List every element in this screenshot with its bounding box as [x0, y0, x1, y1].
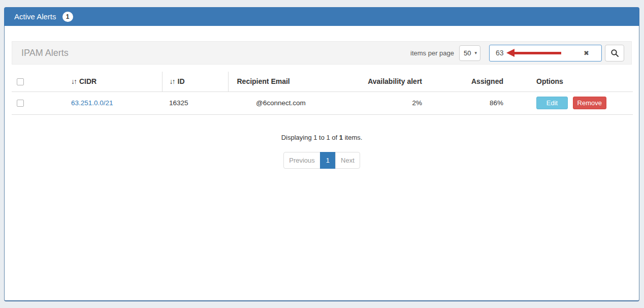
column-header-assigned: Assigned: [439, 72, 507, 91]
select-all-checkbox[interactable]: [17, 78, 24, 85]
cell-recipient-email: @6connect.com: [228, 91, 350, 114]
search-icon: [610, 49, 619, 57]
alert-count-badge: 1: [62, 12, 73, 22]
table-header-row: ↓↑CIDR ↓↑ID Recipient Email Availability…: [12, 72, 633, 91]
sort-icon[interactable]: ↓↑: [170, 77, 175, 85]
cidr-link[interactable]: 63.251.0.0/21: [71, 99, 113, 107]
column-label-id: ID: [178, 77, 185, 85]
pagination-page-1[interactable]: 1: [320, 152, 336, 169]
remove-button[interactable]: Remove: [573, 97, 606, 109]
column-label-cidr: CIDR: [79, 77, 96, 85]
search-button[interactable]: [605, 45, 624, 61]
sort-icon[interactable]: ↓↑: [71, 77, 76, 85]
column-header-options: Options: [507, 72, 633, 91]
page-title: Active Alerts: [14, 12, 56, 21]
edit-button[interactable]: Edit: [536, 97, 568, 109]
table-row: 63.251.0.0/21 16325 @6connect.com 2% 86%…: [12, 91, 633, 114]
search-box: ✖: [489, 45, 602, 61]
panel-body: IPAM Alerts items per page 50 ▾ ✖: [4, 26, 639, 301]
alerts-table: ↓↑CIDR ↓↑ID Recipient Email Availability…: [12, 72, 633, 115]
summary-prefix: Displaying 1 to 1 of: [281, 134, 339, 141]
column-header-availability: Availability alert: [350, 72, 439, 91]
items-per-page-select[interactable]: 50 ▾: [459, 45, 480, 61]
items-per-page-value: 50: [464, 49, 471, 57]
pagination: Previous 1 Next: [283, 152, 360, 169]
column-header-email: Recipient Email: [228, 72, 350, 91]
summary-total: 1: [339, 134, 343, 141]
pagination-wrapper: Previous 1 Next: [12, 152, 632, 169]
toolbar-controls: items per page 50 ▾ ✖: [410, 45, 624, 61]
display-summary: Displaying 1 to 1 of 1 items.: [12, 134, 632, 141]
summary-suffix: items.: [343, 134, 362, 141]
table-toolbar: IPAM Alerts items per page 50 ▾ ✖: [12, 41, 632, 65]
clear-search-icon[interactable]: ✖: [584, 50, 589, 56]
chevron-down-icon: ▾: [474, 50, 477, 55]
pagination-next[interactable]: Next: [335, 152, 360, 169]
pagination-previous[interactable]: Previous: [283, 152, 320, 169]
column-header-id[interactable]: ↓↑ID: [162, 72, 228, 91]
active-alerts-panel: Active Alerts 1 IPAM Alerts items per pa…: [4, 7, 639, 301]
cell-availability-alert: 2%: [350, 91, 439, 114]
column-header-cidr[interactable]: ↓↑CIDR: [67, 72, 162, 91]
items-per-page-label: items per page: [410, 49, 454, 57]
table-title: IPAM Alerts: [21, 48, 69, 58]
cell-assigned: 86%: [439, 91, 507, 114]
row-checkbox[interactable]: [17, 100, 24, 107]
cell-id: 16325: [162, 91, 228, 114]
panel-heading: Active Alerts 1: [4, 7, 639, 26]
